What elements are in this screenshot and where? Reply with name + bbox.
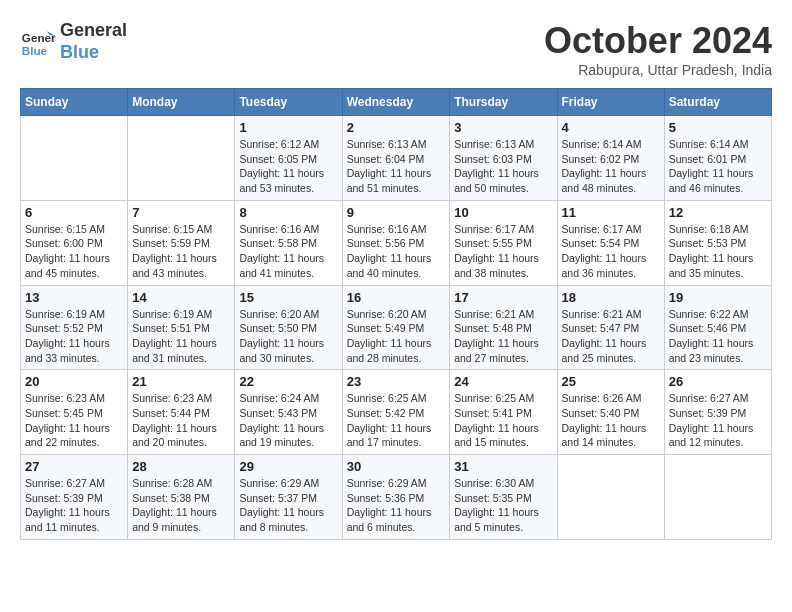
day-info: Sunrise: 6:17 AM Sunset: 5:54 PM Dayligh…: [562, 222, 660, 281]
day-number: 27: [25, 459, 123, 474]
day-info: Sunrise: 6:25 AM Sunset: 5:42 PM Dayligh…: [347, 391, 446, 450]
weekday-header-thursday: Thursday: [450, 89, 557, 116]
day-info: Sunrise: 6:29 AM Sunset: 5:36 PM Dayligh…: [347, 476, 446, 535]
day-number: 29: [239, 459, 337, 474]
day-info: Sunrise: 6:20 AM Sunset: 5:49 PM Dayligh…: [347, 307, 446, 366]
calendar-cell: 10Sunrise: 6:17 AM Sunset: 5:55 PM Dayli…: [450, 200, 557, 285]
day-info: Sunrise: 6:19 AM Sunset: 5:52 PM Dayligh…: [25, 307, 123, 366]
day-info: Sunrise: 6:25 AM Sunset: 5:41 PM Dayligh…: [454, 391, 552, 450]
day-number: 1: [239, 120, 337, 135]
calendar-cell: 16Sunrise: 6:20 AM Sunset: 5:49 PM Dayli…: [342, 285, 450, 370]
calendar-cell: [664, 455, 771, 540]
calendar-cell: 17Sunrise: 6:21 AM Sunset: 5:48 PM Dayli…: [450, 285, 557, 370]
calendar-cell: 29Sunrise: 6:29 AM Sunset: 5:37 PM Dayli…: [235, 455, 342, 540]
day-number: 4: [562, 120, 660, 135]
day-number: 13: [25, 290, 123, 305]
svg-text:Blue: Blue: [22, 43, 48, 56]
day-info: Sunrise: 6:30 AM Sunset: 5:35 PM Dayligh…: [454, 476, 552, 535]
day-number: 25: [562, 374, 660, 389]
page-header: General Blue General Blue October 2024 R…: [20, 20, 772, 78]
calendar-cell: 6Sunrise: 6:15 AM Sunset: 6:00 PM Daylig…: [21, 200, 128, 285]
calendar-cell: 22Sunrise: 6:24 AM Sunset: 5:43 PM Dayli…: [235, 370, 342, 455]
logo: General Blue General Blue: [20, 20, 127, 63]
day-number: 2: [347, 120, 446, 135]
title-block: October 2024 Rabupura, Uttar Pradesh, In…: [544, 20, 772, 78]
weekday-header-row: SundayMondayTuesdayWednesdayThursdayFrid…: [21, 89, 772, 116]
svg-text:General: General: [22, 31, 56, 44]
day-info: Sunrise: 6:27 AM Sunset: 5:39 PM Dayligh…: [25, 476, 123, 535]
calendar-cell: 9Sunrise: 6:16 AM Sunset: 5:56 PM Daylig…: [342, 200, 450, 285]
weekday-header-saturday: Saturday: [664, 89, 771, 116]
logo-blue: Blue: [60, 42, 99, 62]
calendar-week-3: 13Sunrise: 6:19 AM Sunset: 5:52 PM Dayli…: [21, 285, 772, 370]
calendar-cell: 26Sunrise: 6:27 AM Sunset: 5:39 PM Dayli…: [664, 370, 771, 455]
calendar-cell: 19Sunrise: 6:22 AM Sunset: 5:46 PM Dayli…: [664, 285, 771, 370]
day-info: Sunrise: 6:20 AM Sunset: 5:50 PM Dayligh…: [239, 307, 337, 366]
day-number: 18: [562, 290, 660, 305]
calendar-week-2: 6Sunrise: 6:15 AM Sunset: 6:00 PM Daylig…: [21, 200, 772, 285]
calendar-cell: [128, 116, 235, 201]
day-number: 22: [239, 374, 337, 389]
day-number: 12: [669, 205, 767, 220]
day-number: 17: [454, 290, 552, 305]
day-number: 23: [347, 374, 446, 389]
weekday-header-wednesday: Wednesday: [342, 89, 450, 116]
calendar-cell: 4Sunrise: 6:14 AM Sunset: 6:02 PM Daylig…: [557, 116, 664, 201]
calendar-cell: 8Sunrise: 6:16 AM Sunset: 5:58 PM Daylig…: [235, 200, 342, 285]
day-info: Sunrise: 6:23 AM Sunset: 5:44 PM Dayligh…: [132, 391, 230, 450]
calendar-cell: 3Sunrise: 6:13 AM Sunset: 6:03 PM Daylig…: [450, 116, 557, 201]
calendar-cell: 7Sunrise: 6:15 AM Sunset: 5:59 PM Daylig…: [128, 200, 235, 285]
calendar-cell: 31Sunrise: 6:30 AM Sunset: 5:35 PM Dayli…: [450, 455, 557, 540]
day-number: 26: [669, 374, 767, 389]
day-number: 24: [454, 374, 552, 389]
weekday-header-friday: Friday: [557, 89, 664, 116]
month-title: October 2024: [544, 20, 772, 62]
day-info: Sunrise: 6:17 AM Sunset: 5:55 PM Dayligh…: [454, 222, 552, 281]
day-info: Sunrise: 6:14 AM Sunset: 6:02 PM Dayligh…: [562, 137, 660, 196]
day-number: 20: [25, 374, 123, 389]
calendar-cell: 14Sunrise: 6:19 AM Sunset: 5:51 PM Dayli…: [128, 285, 235, 370]
day-info: Sunrise: 6:16 AM Sunset: 5:56 PM Dayligh…: [347, 222, 446, 281]
calendar-week-5: 27Sunrise: 6:27 AM Sunset: 5:39 PM Dayli…: [21, 455, 772, 540]
logo-text: General Blue: [60, 20, 127, 63]
calendar-cell: 12Sunrise: 6:18 AM Sunset: 5:53 PM Dayli…: [664, 200, 771, 285]
calendar-cell: 23Sunrise: 6:25 AM Sunset: 5:42 PM Dayli…: [342, 370, 450, 455]
location-subtitle: Rabupura, Uttar Pradesh, India: [544, 62, 772, 78]
day-info: Sunrise: 6:24 AM Sunset: 5:43 PM Dayligh…: [239, 391, 337, 450]
day-info: Sunrise: 6:22 AM Sunset: 5:46 PM Dayligh…: [669, 307, 767, 366]
day-info: Sunrise: 6:27 AM Sunset: 5:39 PM Dayligh…: [669, 391, 767, 450]
day-number: 30: [347, 459, 446, 474]
day-number: 31: [454, 459, 552, 474]
day-info: Sunrise: 6:15 AM Sunset: 6:00 PM Dayligh…: [25, 222, 123, 281]
weekday-header-tuesday: Tuesday: [235, 89, 342, 116]
day-info: Sunrise: 6:19 AM Sunset: 5:51 PM Dayligh…: [132, 307, 230, 366]
day-number: 21: [132, 374, 230, 389]
day-number: 6: [25, 205, 123, 220]
day-info: Sunrise: 6:15 AM Sunset: 5:59 PM Dayligh…: [132, 222, 230, 281]
day-info: Sunrise: 6:12 AM Sunset: 6:05 PM Dayligh…: [239, 137, 337, 196]
calendar-cell: 27Sunrise: 6:27 AM Sunset: 5:39 PM Dayli…: [21, 455, 128, 540]
calendar-cell: 13Sunrise: 6:19 AM Sunset: 5:52 PM Dayli…: [21, 285, 128, 370]
weekday-header-sunday: Sunday: [21, 89, 128, 116]
day-number: 14: [132, 290, 230, 305]
day-info: Sunrise: 6:14 AM Sunset: 6:01 PM Dayligh…: [669, 137, 767, 196]
logo-icon: General Blue: [20, 24, 56, 60]
calendar-cell: [21, 116, 128, 201]
day-info: Sunrise: 6:28 AM Sunset: 5:38 PM Dayligh…: [132, 476, 230, 535]
day-number: 15: [239, 290, 337, 305]
day-number: 16: [347, 290, 446, 305]
day-info: Sunrise: 6:29 AM Sunset: 5:37 PM Dayligh…: [239, 476, 337, 535]
calendar-cell: 30Sunrise: 6:29 AM Sunset: 5:36 PM Dayli…: [342, 455, 450, 540]
day-info: Sunrise: 6:13 AM Sunset: 6:04 PM Dayligh…: [347, 137, 446, 196]
day-info: Sunrise: 6:21 AM Sunset: 5:48 PM Dayligh…: [454, 307, 552, 366]
day-number: 8: [239, 205, 337, 220]
day-number: 7: [132, 205, 230, 220]
day-number: 28: [132, 459, 230, 474]
calendar-cell: 5Sunrise: 6:14 AM Sunset: 6:01 PM Daylig…: [664, 116, 771, 201]
calendar-week-1: 1Sunrise: 6:12 AM Sunset: 6:05 PM Daylig…: [21, 116, 772, 201]
calendar-cell: 25Sunrise: 6:26 AM Sunset: 5:40 PM Dayli…: [557, 370, 664, 455]
calendar-cell: 21Sunrise: 6:23 AM Sunset: 5:44 PM Dayli…: [128, 370, 235, 455]
calendar-cell: 28Sunrise: 6:28 AM Sunset: 5:38 PM Dayli…: [128, 455, 235, 540]
calendar-cell: 24Sunrise: 6:25 AM Sunset: 5:41 PM Dayli…: [450, 370, 557, 455]
day-info: Sunrise: 6:23 AM Sunset: 5:45 PM Dayligh…: [25, 391, 123, 450]
